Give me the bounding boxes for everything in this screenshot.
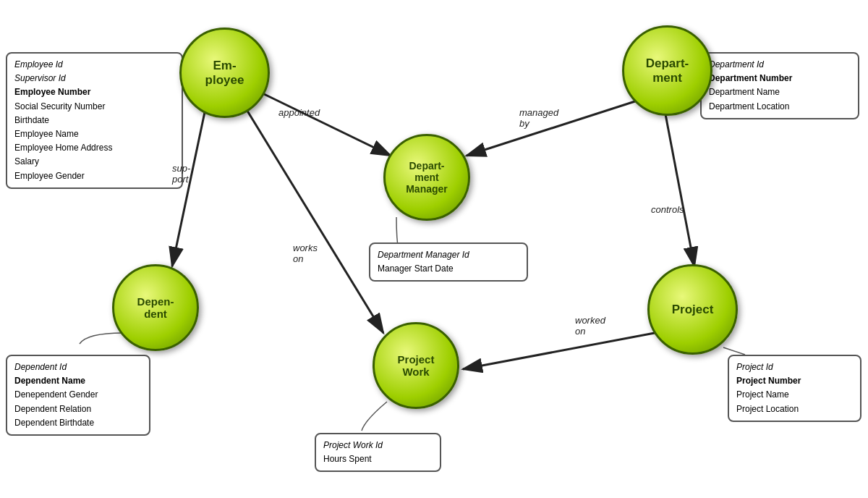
dept-number-attr: Department Number (709, 72, 851, 85)
project-work-attr-box: Project Work Id Hours Spent (315, 433, 441, 472)
appointed-label: appointed (278, 107, 320, 118)
dependent-node: Depen-dent (112, 264, 199, 351)
svg-line-4 (246, 109, 383, 333)
svg-line-3 (264, 94, 391, 156)
employee-number-attr: Employee Number (14, 85, 174, 99)
managed-by-label: managedby (519, 107, 558, 129)
pw-id-attr: Project Work Id (323, 439, 433, 452)
manager-start-date-attr: Manager Start Date (378, 262, 519, 276)
project-number-attr: Project Number (736, 374, 853, 388)
employee-node: Em-ployee (179, 28, 270, 118)
support-label: sup-port (172, 163, 190, 185)
controls-label: controls (651, 204, 684, 215)
supervisor-id-attr: Supervisor Id (14, 72, 174, 85)
project-work-node: ProjectWork (373, 322, 459, 409)
dependent-id-attr: Dependent Id (14, 360, 142, 374)
ssn-attr: Social Security Number (14, 100, 174, 114)
salary-attr: Salary (14, 155, 174, 169)
dependent-attr-box: Dependent Id Dependent Name Denependent … (6, 355, 150, 436)
birthdate-attr: Birthdate (14, 114, 174, 127)
dept-id-attr: Department Id (709, 58, 851, 72)
employee-id-attr: Employee Id (14, 58, 174, 72)
hours-spent-attr: Hours Spent (323, 452, 433, 466)
employee-attr-box: Employee Id Supervisor Id Employee Numbe… (6, 52, 183, 189)
dept-manager-attr-box: Department Manager Id Manager Start Date (369, 242, 528, 282)
dependent-name-attr: Dependent Name (14, 374, 142, 388)
er-diagram: Em-ployee Depart-ment Depart-mentManager… (0, 0, 868, 498)
dependent-relation-attr: Dependent Relation (14, 402, 142, 416)
works-on-label: workson (293, 242, 318, 264)
employee-gender-attr: Employee Gender (14, 169, 174, 183)
svg-line-7 (463, 333, 655, 369)
worked-on-label: workedon (575, 315, 605, 337)
project-location-attr: Project Location (736, 402, 853, 416)
dept-manager-node: Depart-mentManager (383, 134, 470, 221)
department-node: Depart-ment (622, 25, 712, 116)
dependent-birthdate-attr: Dependent Birthdate (14, 416, 142, 430)
svg-line-6 (665, 114, 694, 266)
project-attr-box: Project Id Project Number Project Name P… (728, 355, 861, 422)
dependent-gender-attr: Denependent Gender (14, 388, 142, 402)
employee-address-attr: Employee Home Address (14, 141, 174, 155)
dept-name-attr: Department Name (709, 85, 851, 99)
dm-id-attr: Department Manager Id (378, 248, 519, 262)
project-name-attr: Project Name (736, 388, 853, 402)
employee-name-attr: Employee Name (14, 127, 174, 141)
dept-location-attr: Department Location (709, 100, 851, 114)
department-attr-box: Department Id Department Number Departme… (700, 52, 859, 119)
project-node: Project (647, 264, 738, 355)
project-id-attr: Project Id (736, 360, 853, 374)
